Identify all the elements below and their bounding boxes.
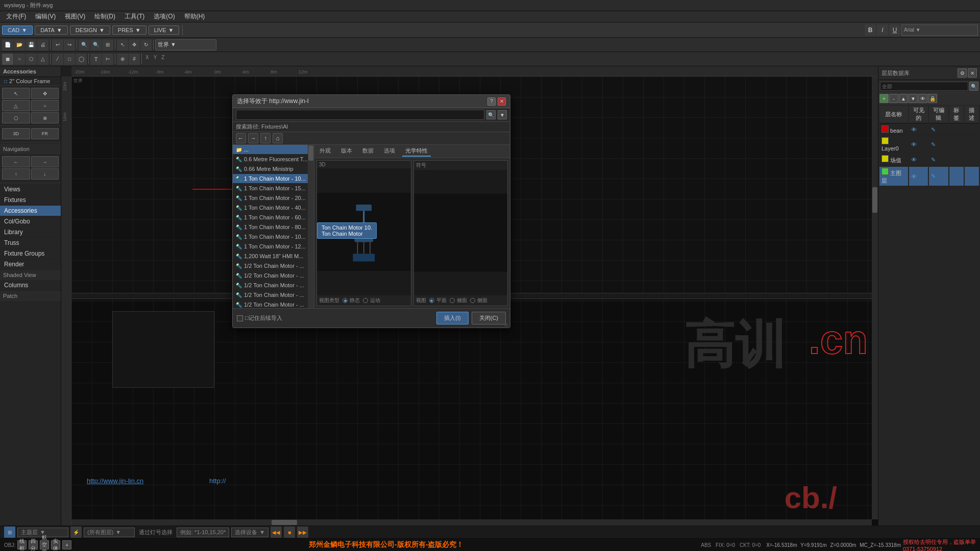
mode-data[interactable]: DATA ▼ bbox=[35, 26, 68, 35]
nav-forward-btn[interactable]: → bbox=[248, 133, 258, 143]
menu-draw[interactable]: 绘制(D) bbox=[90, 11, 119, 22]
layer-row-changzhi[interactable]: 场值 👁 ✎ bbox=[879, 154, 979, 166]
tab-options[interactable]: 选项 bbox=[381, 146, 398, 157]
radio-front-dot[interactable] bbox=[450, 298, 455, 303]
file-item-15[interactable]: 🔦 1/2 Ton Chain Motor - ... bbox=[233, 300, 314, 308]
preview-symbol-canvas[interactable] bbox=[414, 170, 508, 295]
layer-row-layer0[interactable]: Layer0 👁 ✎ bbox=[879, 136, 979, 153]
nav-btn-1[interactable]: ← bbox=[2, 156, 30, 167]
radio-motion-dot[interactable] bbox=[363, 298, 368, 303]
sidebar-colgobo[interactable]: Col/Gobo bbox=[0, 216, 61, 227]
circuit-icon[interactable]: ⚡ bbox=[70, 527, 82, 538]
nav-back-btn[interactable]: ← bbox=[236, 133, 246, 143]
radio-side-dot[interactable] bbox=[470, 298, 475, 303]
layer-icon-btn[interactable]: ⊞ bbox=[4, 527, 15, 538]
radio-flat-dot[interactable] bbox=[429, 298, 434, 303]
grid-btn[interactable]: # bbox=[129, 54, 140, 65]
circuit-selector[interactable]: (所有图层) ▼ bbox=[84, 528, 135, 537]
undo-btn[interactable]: ↩ bbox=[52, 39, 63, 51]
cube-btn[interactable]: ◼ bbox=[2, 54, 13, 65]
open-btn[interactable]: 📂 bbox=[14, 39, 25, 51]
add-viewport-btn[interactable]: + bbox=[62, 540, 71, 549]
shape-btn[interactable]: △ bbox=[37, 54, 48, 65]
dimension-btn[interactable]: ⊢ bbox=[102, 54, 113, 65]
file-item-8[interactable]: 🔦 1 Ton Chain Motor - 10... bbox=[233, 232, 314, 242]
sidebar-library[interactable]: Library bbox=[0, 227, 61, 238]
layer-dropdown[interactable]: 世界 ▼ bbox=[155, 39, 216, 51]
save-btn[interactable]: 💾 bbox=[26, 39, 37, 51]
menu-file[interactable]: 文件(F) bbox=[2, 11, 30, 22]
folder-item-top[interactable]: 📁 ... bbox=[233, 145, 314, 155]
mode-cad[interactable]: CAD ▼ bbox=[2, 26, 33, 35]
line-btn[interactable]: ∕ bbox=[52, 54, 63, 65]
wireframe-btn[interactable]: 线框 bbox=[17, 540, 27, 549]
underline-btn[interactable]: U bbox=[889, 24, 900, 36]
viewport-bottom[interactable]: http://www.jin-lin.cn http:// 高训 .cn cb.… bbox=[71, 301, 878, 525]
tab-version[interactable]: 版本 bbox=[338, 146, 355, 157]
tool-1[interactable]: ↖ bbox=[2, 88, 30, 99]
mode-design[interactable]: DESIGN ▼ bbox=[70, 26, 110, 35]
menu-tools[interactable]: 工具(T) bbox=[120, 11, 149, 22]
sidebar-views[interactable]: Views bbox=[0, 184, 61, 195]
nav-stop-btn[interactable]: ■ bbox=[284, 527, 295, 538]
sidebar-accessories[interactable]: Accessories bbox=[0, 206, 61, 216]
sidebar-fixtures[interactable]: Fixtures bbox=[0, 195, 61, 206]
mode-live[interactable]: LIVE ▼ bbox=[149, 26, 180, 35]
tool-2[interactable]: ✥ bbox=[31, 88, 59, 99]
solid-btn[interactable]: 实体 bbox=[51, 540, 60, 549]
panel-close-btn[interactable]: ✕ bbox=[968, 68, 977, 78]
close-btn[interactable]: 关闭(C) bbox=[472, 312, 506, 324]
layer-visible-btn[interactable]: 👁 bbox=[918, 94, 927, 103]
menu-view[interactable]: 视图(V) bbox=[61, 11, 89, 22]
sidebar-fixture-groups[interactable]: Fixture Groups bbox=[0, 248, 61, 259]
dialog-resize-handle[interactable]: ⊿ bbox=[504, 321, 510, 328]
view-3d-btn[interactable]: 3D bbox=[2, 128, 30, 139]
file-item-11[interactable]: 🔦 1/2 Ton Chain Motor - ... bbox=[233, 261, 314, 271]
file-item-0[interactable]: 🔦 0.6 Metre Fluorescent T... bbox=[233, 155, 314, 164]
radio-static-dot[interactable] bbox=[342, 298, 348, 303]
colour-frame-item[interactable]: □ 2" Colour Frame bbox=[0, 77, 61, 85]
zoom-out-btn[interactable]: 🔍 bbox=[90, 39, 102, 51]
search-input[interactable] bbox=[236, 110, 484, 120]
new-btn[interactable]: 📄 bbox=[2, 39, 13, 51]
insert-btn[interactable]: 插入(I) bbox=[436, 312, 468, 324]
cylinder-btn[interactable]: ⬡ bbox=[26, 54, 37, 65]
file-item-1[interactable]: 🔦 0.66 Metre Ministrip bbox=[233, 164, 314, 174]
file-item-4[interactable]: 🔦 1 Ton Chain Motor - 20... bbox=[233, 193, 314, 203]
rect-btn[interactable]: □ bbox=[64, 54, 75, 65]
font-selector[interactable]: Arial ▼ bbox=[904, 27, 921, 33]
file-item-3[interactable]: 🔦 1 Ton Chain Motor - 15... bbox=[233, 184, 314, 193]
move-btn[interactable]: ✥ bbox=[129, 39, 140, 51]
scale-input[interactable]: 例如: *1-10,15,20* bbox=[177, 528, 229, 537]
nav-next-btn[interactable]: ▶▶ bbox=[297, 527, 308, 538]
sidebar-truss[interactable]: Truss bbox=[0, 238, 61, 248]
panel-settings-btn[interactable]: ⚙ bbox=[958, 68, 967, 78]
view-front-btn[interactable]: FR bbox=[31, 128, 59, 139]
dialog-help-btn[interactable]: ? bbox=[487, 97, 496, 106]
rotate-btn[interactable]: ↻ bbox=[140, 39, 152, 51]
file-item-10[interactable]: 🔦 1,200 Watt 18" HMI M... bbox=[233, 252, 314, 261]
file-list-scrollbar-thumb[interactable] bbox=[308, 145, 313, 161]
zoom-in-btn[interactable]: 🔍 bbox=[79, 39, 90, 51]
tool-5[interactable]: ⬡ bbox=[2, 112, 30, 123]
sphere-btn[interactable]: ○ bbox=[14, 54, 25, 65]
layer-row-bean[interactable]: bean 👁 ✎ bbox=[879, 124, 979, 135]
dialog-search-btn[interactable]: 🔍 bbox=[486, 110, 496, 119]
menu-edit[interactable]: 编辑(V) bbox=[31, 11, 60, 22]
layer-lock-btn[interactable]: 🔒 bbox=[928, 94, 937, 103]
zoom-fit-btn[interactable]: ⊞ bbox=[102, 39, 113, 51]
file-item-2[interactable]: 🔦 1 Ton Chain Motor - 10... bbox=[233, 174, 314, 184]
layer-search-input[interactable] bbox=[880, 82, 968, 91]
layer-up-btn[interactable]: ▲ bbox=[899, 94, 908, 103]
file-item-14[interactable]: 🔦 1/2 Ton Chain Motor - ... bbox=[233, 290, 314, 300]
remember-checkbox[interactable] bbox=[237, 315, 243, 321]
v-scrollbar-thumb[interactable] bbox=[872, 187, 877, 213]
tool-6[interactable]: ⊕ bbox=[31, 112, 59, 123]
nav-btn-4[interactable]: ↓ bbox=[31, 168, 59, 180]
dialog-dropdown-btn[interactable]: ▼ bbox=[498, 110, 507, 119]
italic-btn[interactable]: I bbox=[877, 24, 888, 36]
tab-data[interactable]: 数据 bbox=[359, 146, 377, 157]
tab-appearance[interactable]: 外观 bbox=[316, 146, 334, 157]
redo-btn[interactable]: ↪ bbox=[64, 39, 75, 51]
file-item-12[interactable]: 🔦 1/2 Ton Chain Motor - ... bbox=[233, 271, 314, 281]
